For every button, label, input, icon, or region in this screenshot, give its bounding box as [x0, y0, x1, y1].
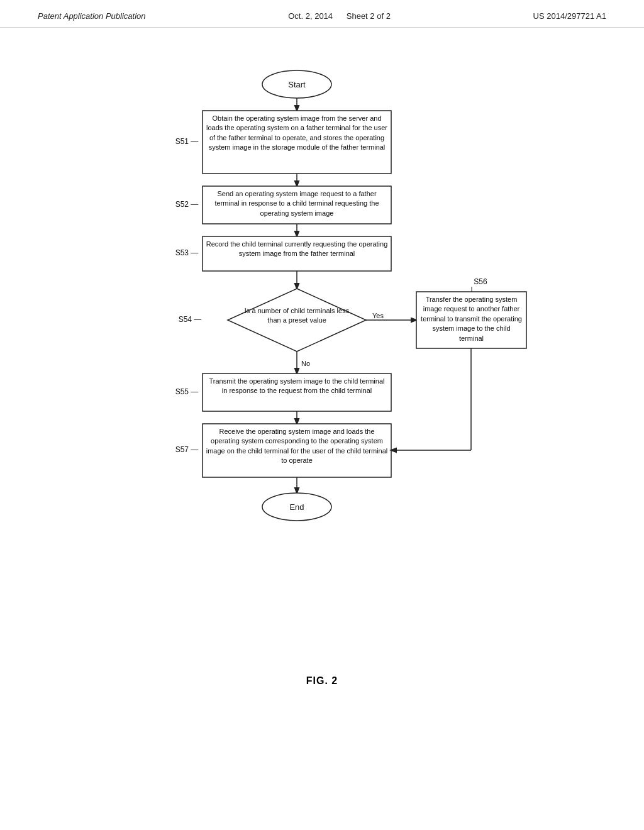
svg-text:S55 —: S55 — — [175, 387, 199, 396]
header-left: Patent Application Publication — [38, 11, 146, 21]
s54-text: Is a number of child terminals less than… — [237, 306, 357, 326]
svg-text:S56: S56 — [474, 277, 487, 286]
header-right: US 2014/297721 A1 — [533, 11, 606, 21]
svg-text:S53 —: S53 — — [175, 248, 199, 257]
s52-text: Send an operating system image request t… — [206, 189, 388, 218]
svg-text:S57 —: S57 — — [175, 445, 199, 454]
s56-text: Transfer the operating system image requ… — [419, 295, 523, 343]
page-header: Patent Application Publication Oct. 2, 2… — [0, 0, 644, 28]
s53-text: Record the child terminal currently requ… — [206, 240, 388, 259]
svg-text:Yes: Yes — [372, 312, 384, 319]
s51-text: Obtain the operating system image from t… — [206, 114, 388, 153]
header-center: Oct. 2, 2014 Sheet 2 of 2 — [288, 11, 391, 21]
svg-text:S52 —: S52 — — [175, 200, 199, 209]
s55-text: Transmit the operating system image to t… — [206, 377, 388, 396]
svg-text:Start: Start — [288, 80, 306, 89]
svg-text:S54 —: S54 — — [179, 315, 202, 324]
flowchart-svg: Start Obtain the operating system image … — [108, 59, 536, 638]
main-content: Start Obtain the operating system image … — [0, 28, 644, 706]
s57-text: Receive the operating system image and l… — [206, 427, 388, 466]
figure-caption: FIG. 2 — [306, 675, 338, 687]
svg-text:No: No — [301, 360, 310, 367]
svg-text:S51 —: S51 — — [175, 137, 199, 146]
svg-text:End: End — [289, 502, 304, 512]
